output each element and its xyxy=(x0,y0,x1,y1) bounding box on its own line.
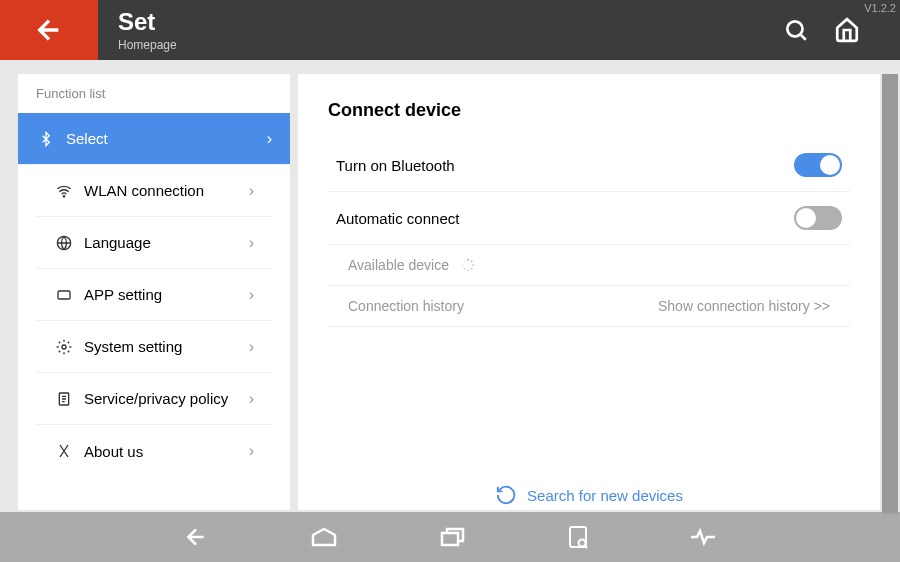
nav-recent-icon[interactable] xyxy=(439,525,467,549)
sidebar-item-wlan[interactable]: WLAN connection › xyxy=(36,165,272,217)
gear-icon xyxy=(54,339,74,355)
sidebar-item-label: Service/privacy policy xyxy=(84,390,249,407)
chevron-right-icon: › xyxy=(249,182,254,200)
svg-point-7 xyxy=(471,260,473,262)
sidebar-item-language[interactable]: Language › xyxy=(36,217,272,269)
home-icon[interactable] xyxy=(834,17,860,43)
nav-activity-icon[interactable] xyxy=(689,527,717,547)
available-device-label: Available device xyxy=(348,257,449,273)
page-subtitle: Homepage xyxy=(118,38,177,52)
auto-connect-row: Automatic connect xyxy=(328,192,850,245)
about-icon xyxy=(54,443,74,459)
available-device-row: Available device xyxy=(328,245,850,286)
svg-point-4 xyxy=(62,345,66,349)
sidebar-header: Function list xyxy=(18,74,290,113)
search-devices-label: Search for new devices xyxy=(527,487,683,504)
bluetooth-toggle[interactable] xyxy=(794,153,842,177)
chevron-right-icon: › xyxy=(249,234,254,252)
sidebar-item-label: About us xyxy=(84,443,249,460)
svg-point-12 xyxy=(462,264,464,266)
svg-point-8 xyxy=(472,264,474,266)
svg-point-11 xyxy=(463,268,465,270)
loading-spinner-icon xyxy=(461,258,475,272)
svg-point-16 xyxy=(579,540,586,547)
svg-point-6 xyxy=(467,259,469,261)
bluetooth-label: Turn on Bluetooth xyxy=(336,157,455,174)
auto-connect-toggle[interactable] xyxy=(794,206,842,230)
nav-back-icon[interactable] xyxy=(183,524,209,550)
sidebar-item-label: Select xyxy=(66,130,267,147)
svg-point-0 xyxy=(787,21,802,36)
sidebar-item-label: WLAN connection xyxy=(84,182,249,199)
page-title: Set xyxy=(118,8,177,36)
svg-rect-3 xyxy=(58,291,70,299)
refresh-icon xyxy=(495,484,517,506)
scrollbar[interactable] xyxy=(882,74,898,504)
svg-point-1 xyxy=(63,195,64,196)
arrow-left-icon xyxy=(33,14,65,46)
globe-icon xyxy=(54,235,74,251)
sidebar-item-select[interactable]: Select › xyxy=(18,113,290,165)
sidebar-item-about[interactable]: About us › xyxy=(36,425,272,477)
system-nav-bar xyxy=(0,512,900,562)
version-label: V1.2.2 xyxy=(864,2,896,14)
bluetooth-icon xyxy=(36,131,56,147)
sidebar-item-app-setting[interactable]: APP setting › xyxy=(36,269,272,321)
sidebar-item-label: Language xyxy=(84,234,249,251)
sidebar-item-privacy[interactable]: Service/privacy policy › xyxy=(36,373,272,425)
svg-point-13 xyxy=(463,260,465,262)
nav-screenshot-icon[interactable] xyxy=(567,524,589,550)
history-label: Connection history xyxy=(348,298,464,314)
chevron-right-icon: › xyxy=(249,286,254,304)
nav-home-icon[interactable] xyxy=(309,525,339,549)
search-icon[interactable] xyxy=(783,17,809,43)
sidebar-item-system-setting[interactable]: System setting › xyxy=(36,321,272,373)
title-block: Set Homepage xyxy=(118,8,177,52)
sidebar-item-label: APP setting xyxy=(84,286,249,303)
svg-point-10 xyxy=(467,269,469,271)
svg-rect-14 xyxy=(442,533,458,545)
back-button[interactable] xyxy=(0,0,98,60)
main-title: Connect device xyxy=(328,100,850,121)
chevron-right-icon: › xyxy=(249,338,254,356)
sidebar-item-label: System setting xyxy=(84,338,249,355)
main-panel: Connect device Turn on Bluetooth Automat… xyxy=(298,74,880,510)
scrollbar-thumb[interactable] xyxy=(882,74,898,514)
search-devices-button[interactable]: Search for new devices xyxy=(495,484,683,506)
chevron-right-icon: › xyxy=(267,130,272,148)
app-header: Set Homepage V1.2.2 xyxy=(0,0,900,60)
show-history-link[interactable]: Show connection history >> xyxy=(658,298,830,314)
history-row: Connection history Show connection histo… xyxy=(328,286,850,327)
tablet-icon xyxy=(54,287,74,303)
sidebar: Function list Select › WLAN connection ›… xyxy=(18,74,290,510)
svg-point-9 xyxy=(471,268,473,270)
chevron-right-icon: › xyxy=(249,390,254,408)
wifi-icon xyxy=(54,183,74,199)
bluetooth-row: Turn on Bluetooth xyxy=(328,139,850,192)
document-icon xyxy=(54,391,74,407)
chevron-right-icon: › xyxy=(249,442,254,460)
auto-connect-label: Automatic connect xyxy=(336,210,459,227)
